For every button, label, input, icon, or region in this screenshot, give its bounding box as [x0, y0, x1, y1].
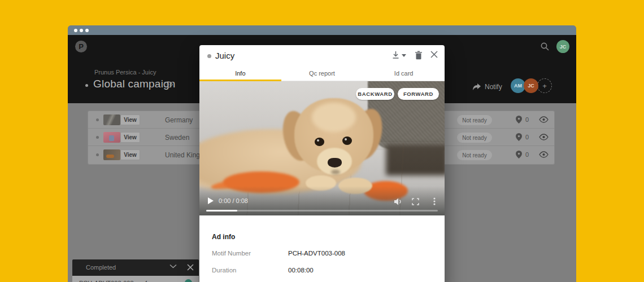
toast-header: Completed: [72, 259, 199, 276]
view-button[interactable]: View: [120, 114, 140, 125]
tab-qc-report[interactable]: Qc report: [281, 66, 363, 81]
kebab-menu-icon[interactable]: [433, 197, 436, 205]
progress-bar[interactable]: [206, 210, 438, 211]
play-button[interactable]: [208, 197, 214, 204]
status-dot: [207, 54, 211, 58]
modal-title: Juicy: [215, 51, 234, 60]
user-avatar[interactable]: JC: [556, 40, 569, 53]
collaborator-avatar-jc[interactable]: JC: [524, 78, 538, 93]
ad-thumbnail: [103, 149, 120, 160]
close-icon[interactable]: [430, 51, 438, 58]
fullscreen-icon[interactable]: [412, 198, 419, 205]
trash-icon[interactable]: [415, 51, 423, 60]
eye-icon[interactable]: [539, 134, 549, 140]
field-label-motif-number: Motif Number: [212, 250, 251, 257]
toast-file-name: PCH-ADVT003-008.mp4: [79, 280, 147, 282]
title-bullet: [85, 84, 88, 87]
ad-thumbnail: [103, 114, 120, 125]
browser-titlebar: [68, 25, 576, 35]
location-pin-icon: [516, 133, 522, 141]
chevron-down-icon[interactable]: [169, 264, 177, 268]
puppy-forehead: [312, 103, 356, 132]
row-bullet: [96, 118, 99, 121]
window-control-dot[interactable]: [74, 29, 77, 32]
notify-arrow-icon: [472, 83, 481, 91]
field-value-duration: 00:08:00: [288, 267, 314, 274]
puppy-chin-shadow: [331, 170, 340, 174]
view-button[interactable]: View: [120, 149, 140, 160]
ad-thumbnail: [103, 132, 120, 143]
close-icon[interactable]: [187, 264, 194, 271]
field-label-duration: Duration: [212, 267, 236, 274]
row-bullet: [96, 136, 99, 139]
search-icon[interactable]: [540, 42, 550, 51]
active-tab-indicator: [199, 80, 281, 81]
eye-icon[interactable]: [539, 116, 549, 123]
video-player[interactable]: BACKWARD FORWARD 0:00 / 0:08: [199, 81, 445, 215]
tab-info[interactable]: Info: [199, 66, 281, 81]
eye-icon[interactable]: [539, 151, 549, 158]
status-badge: Not ready: [457, 115, 492, 125]
tab-id-card[interactable]: Id card: [363, 66, 445, 81]
add-collaborator-button[interactable]: +: [537, 78, 552, 93]
modal-header: Juicy: [199, 45, 445, 66]
notify-label: Notify: [485, 83, 502, 91]
country-label: Sweden: [165, 134, 189, 142]
notify-button[interactable]: Notify: [472, 83, 502, 91]
player-time: 0:00 / 0:08: [219, 197, 248, 204]
forward-button[interactable]: FORWARD: [398, 88, 439, 100]
country-label: Germany: [165, 116, 193, 124]
modal-tabs: Info Qc report Id card: [199, 66, 445, 81]
download-toast: Completed PCH-ADVT003-008.mp4: [72, 259, 199, 282]
window-control-dot[interactable]: [80, 29, 83, 32]
view-button[interactable]: View: [120, 132, 140, 143]
app-logo[interactable]: P: [75, 41, 87, 52]
pin-count: 0: [525, 134, 529, 140]
preview-eye-icon[interactable]: [163, 81, 173, 88]
puppy-eye-left: [315, 138, 324, 146]
puppy-eye-right: [342, 136, 352, 145]
pin-count: 0: [525, 151, 529, 158]
download-button[interactable]: [391, 51, 406, 60]
window-control-dot[interactable]: [85, 29, 89, 32]
volume-icon[interactable]: [394, 198, 403, 205]
toast-body: PCH-ADVT003-008.mp4: [72, 276, 199, 282]
pin-count: 0: [525, 116, 529, 123]
puppy-nose: [328, 158, 342, 168]
toast-title: Completed: [86, 264, 116, 271]
row-bullet: [96, 153, 99, 156]
ad-info-heading: Ad info: [212, 233, 235, 241]
field-value-motif-number: PCH-ADVT003-008: [288, 250, 345, 257]
location-pin-icon: [516, 151, 522, 158]
check-circle-icon: [185, 279, 192, 282]
breadcrumb: Prunus Persica - Juicy: [94, 69, 156, 76]
status-badge: Not ready: [457, 133, 492, 143]
chevron-down-icon: [402, 54, 406, 57]
location-pin-icon: [516, 116, 522, 124]
progress-played: [206, 210, 237, 211]
backward-button[interactable]: BACKWARD: [356, 88, 394, 100]
ad-detail-modal: Juicy Info Qc report Id card: [199, 45, 445, 282]
status-badge: Not ready: [457, 150, 492, 160]
